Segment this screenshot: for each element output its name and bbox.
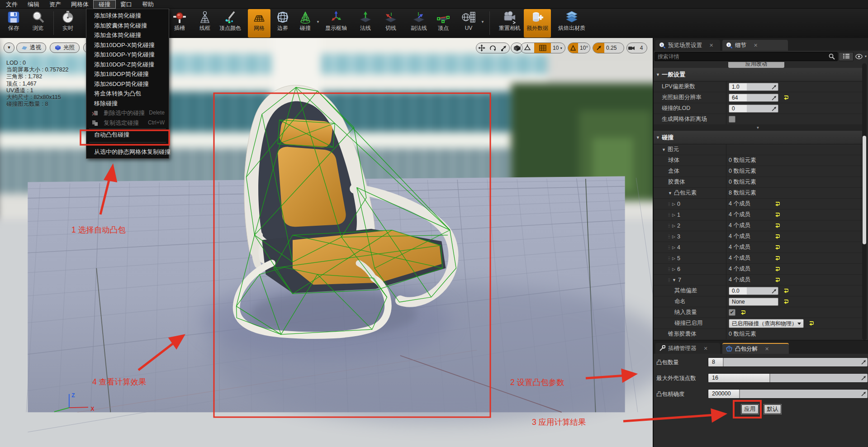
section-header-碰撞[interactable]: ▼碰撞 (654, 131, 862, 144)
menu-item-添加18DOP简化碰撞[interactable]: 添加18DOP简化碰撞 (86, 69, 169, 79)
move-tool-icon[interactable] (476, 43, 487, 53)
grid-snap-value[interactable]: 10▼ (551, 43, 564, 53)
menu-item-添加10DOP-Z简化碰撞[interactable]: 添加10DOP-Z简化碰撞 (86, 60, 169, 70)
close-tab-icon[interactable]: ✕ (709, 43, 713, 48)
checkbox-纳入质量[interactable]: ✔ (729, 309, 735, 316)
dropdown-碰撞已启用[interactable]: 已启用碰撞（查询和物理） (729, 319, 804, 328)
toolbar-button-vert-colors[interactable]: 顶点颜色 (216, 9, 244, 38)
reset-to-default-icon[interactable] (774, 233, 780, 241)
menu-item-添加10DOP-X简化碰撞[interactable]: 添加10DOP-X简化碰撞 (86, 40, 169, 50)
drag-handle[interactable]: :::: (668, 202, 671, 206)
tab-preview-scene-settings[interactable]: i 预览场景设置✕ (655, 40, 720, 51)
toolbar-button-wireframe[interactable]: 线框 (194, 9, 215, 38)
spinbox-光照贴图分辨率[interactable]: 64 (729, 94, 778, 102)
scale-snap-icon[interactable] (593, 43, 604, 53)
tab-socket-manager[interactable]: 插槽管理器✕ (655, 343, 720, 354)
toolbar-button-realtime[interactable]: 实时 (58, 9, 78, 38)
toolbar-button-grid[interactable]: 网格 (248, 9, 270, 38)
details-expander[interactable]: ▼ (654, 125, 862, 131)
reset-to-default-icon[interactable] (783, 94, 788, 102)
toolbar-button-browse[interactable]: 浏览 (28, 9, 48, 38)
input-命名[interactable]: None (729, 298, 778, 306)
viewport-options-button[interactable]: ▼ (4, 43, 14, 53)
rotate-tool-icon[interactable] (487, 43, 498, 53)
menu-item-添加26DOP简化碰撞[interactable]: 添加26DOP简化碰撞 (86, 79, 169, 89)
angle-snap-value[interactable]: 10° (578, 43, 590, 53)
reset-to-default-icon[interactable] (774, 265, 780, 273)
surface-snap-icon[interactable] (521, 43, 534, 53)
expand-arrow[interactable]: ▷ (672, 202, 675, 206)
drag-handle[interactable]: :::: (668, 267, 671, 271)
details-scrollbar[interactable] (862, 63, 867, 340)
menubar-item-窗口[interactable]: 窗口 (115, 0, 137, 8)
perspective-button[interactable]: 透视 (16, 43, 46, 53)
reset-to-default-icon[interactable] (774, 200, 780, 208)
max-hull-verts-slider[interactable]: 16 (708, 373, 868, 383)
rotation-snap-group[interactable]: 10° (568, 43, 590, 53)
toolbar-button-reset-camera[interactable]: 重置相机 (494, 9, 526, 38)
toolbar-button-sockets[interactable]: 插槽 (169, 9, 190, 38)
expand-arrow[interactable]: ▷ (672, 256, 675, 261)
menu-item-添加胶囊体简化碰撞[interactable]: 添加胶囊体简化碰撞 (86, 21, 169, 31)
default-button[interactable]: 默认 (764, 404, 781, 414)
tab-details[interactable]: i 细节✕ (722, 40, 788, 51)
toolbar-button-normals[interactable]: 法线 (356, 9, 375, 38)
close-tab-icon[interactable]: ✕ (754, 43, 758, 48)
reset-to-default-icon[interactable] (774, 276, 780, 284)
reset-to-default-icon[interactable] (774, 254, 780, 262)
transform-tools[interactable] (476, 43, 510, 53)
apply-changes-button[interactable]: 应用改动 (728, 62, 784, 68)
reset-to-default-icon[interactable] (783, 287, 788, 295)
menu-item-自动凸包碰撞[interactable]: 自动凸包碰撞 (86, 130, 169, 140)
grid-snap-icon[interactable] (534, 43, 551, 53)
menu-item-添加盒体简化碰撞[interactable]: 添加盒体简化碰撞 (86, 30, 169, 40)
expand-arrow[interactable]: ▼ (672, 278, 676, 282)
toolbar-button-vertices[interactable]: 顶点 (433, 9, 453, 38)
apply-button[interactable]: 应用 (741, 404, 759, 414)
menu-item-添加10DOP-Y简化碰撞[interactable]: 添加10DOP-Y简化碰撞 (86, 50, 169, 60)
grid-snap-group[interactable]: 10▼ (520, 43, 565, 53)
spinbox-其他偏差[interactable]: 0.0 (729, 287, 778, 295)
menubar-item-文件[interactable]: 文件 (1, 0, 23, 8)
toolbar-button-bake-materials[interactable]: 烘焙出材质 (554, 9, 590, 38)
camera-speed-icon[interactable] (627, 43, 636, 53)
reset-to-default-icon[interactable] (774, 222, 780, 230)
camera-speed-value[interactable]: 4 (636, 43, 647, 53)
reset-to-default-icon[interactable] (783, 298, 788, 306)
angle-snap-icon[interactable] (568, 43, 578, 53)
menu-item-将盒体转换为凸包[interactable]: 将盒体转换为凸包 (86, 89, 169, 99)
menubar-item-编辑[interactable]: 编辑 (23, 0, 44, 8)
hull-count-slider[interactable]: 8 (708, 357, 868, 367)
toolbar-button-additional-data[interactable]: 额外数据 (524, 9, 551, 38)
reset-to-default-icon[interactable] (774, 243, 780, 252)
tab-convex-decomposition[interactable]: 凸包分解✕ (722, 343, 789, 354)
menu-item-从选中的静态网格体复制碰撞[interactable]: 从选中的静态网格体复制碰撞 (86, 147, 169, 157)
toolbar-button-save[interactable]: 保存 (4, 9, 24, 38)
drag-handle[interactable]: :::: (668, 278, 671, 282)
drag-handle[interactable]: :::: (668, 257, 671, 260)
scale-snap-group[interactable]: 0.25 (593, 43, 624, 53)
checkbox-生成网格体距离场[interactable] (729, 116, 735, 123)
spinbox-LPV偏差乘数[interactable]: 1.0 (729, 83, 778, 91)
expand-arrow[interactable]: ▼ (662, 147, 666, 152)
menubar-item-网格体[interactable]: 网格体 (66, 0, 94, 8)
lit-mode-button[interactable]: 光照 (50, 43, 80, 53)
expand-arrow[interactable]: ▷ (672, 213, 675, 217)
drag-handle[interactable]: :::: (668, 246, 671, 249)
menubar-item-帮助[interactable]: 帮助 (137, 0, 159, 8)
close-tab-icon[interactable]: ✕ (765, 346, 769, 352)
view-options-button[interactable]: ▼ (854, 52, 868, 61)
menubar-item-碰撞[interactable]: 碰撞 (94, 0, 115, 8)
expand-arrow[interactable]: ▷ (672, 267, 675, 271)
drag-handle[interactable]: :::: (668, 213, 671, 217)
expand-arrow[interactable]: ▷ (672, 245, 675, 250)
drag-handle[interactable]: :::: (668, 224, 671, 228)
display-filter-button[interactable] (839, 52, 854, 61)
scale-tool-icon[interactable] (498, 43, 509, 53)
drag-handle[interactable]: :::: (668, 235, 671, 238)
scale-snap-value[interactable]: 0.25 (604, 43, 618, 53)
scrollbar-thumb[interactable] (863, 136, 866, 244)
expand-arrow[interactable]: ▼ (668, 191, 672, 195)
menu-item-添加球体简化碰撞[interactable]: 添加球体简化碰撞 (86, 11, 169, 21)
hull-precision-slider[interactable]: 200000 (708, 389, 868, 399)
